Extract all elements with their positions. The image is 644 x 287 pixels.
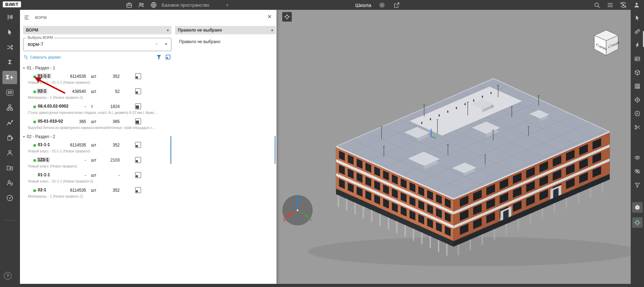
- tree-item[interactable]: 02-16114535шт352Материалы - 1 (Новое пра…: [23, 186, 172, 201]
- item-checkbox-icon[interactable]: [135, 73, 141, 79]
- section-label: 01 - Раздел - 1: [27, 66, 55, 70]
- dashboard-gauge-icon[interactable]: [2, 191, 17, 205]
- analytics-chart-icon[interactable]: [2, 116, 17, 129]
- bimit-logo[interactable]: BiMiT: [3, 1, 21, 7]
- topbar: BiMiT Базовое пространство ▾ Школа: [0, 0, 644, 10]
- workspace-case-icon[interactable]: [125, 1, 133, 9]
- model-structure-icon[interactable]: [2, 11, 17, 24]
- chevron-down-icon[interactable]: ▾: [165, 42, 167, 46]
- menu-list-icon[interactable]: [606, 1, 614, 9]
- globe-icon[interactable]: [150, 1, 158, 9]
- viewport-3d[interactable]: Слева Сзади Z X Y: [276, 10, 631, 284]
- grid-table-icon[interactable]: [632, 81, 643, 91]
- collapse-tree-button[interactable]: Свернуть дерево: [24, 55, 61, 60]
- item-unit: шт: [91, 188, 96, 193]
- user-profile-icon[interactable]: [2, 146, 17, 159]
- filter-icon[interactable]: [156, 54, 162, 60]
- plugins-puzzle-icon[interactable]: [2, 131, 17, 144]
- status-dot: [33, 121, 36, 123]
- export-folder-icon[interactable]: [2, 161, 17, 175]
- fit-view-button[interactable]: [282, 12, 292, 22]
- item-checkbox-icon[interactable]: [135, 187, 141, 193]
- item-checkbox-icon[interactable]: [135, 118, 141, 124]
- tree-section[interactable]: ▾02 - Раздел - 2: [23, 132, 172, 141]
- search-icon[interactable]: [593, 1, 601, 9]
- profile-card-icon[interactable]: [632, 54, 643, 64]
- workspace-selector[interactable]: Базовое пространство ▾: [162, 0, 228, 10]
- sum-plus-sigma-icon[interactable]: Σ+: [2, 71, 17, 84]
- item-checkbox-icon[interactable]: [135, 103, 141, 109]
- section-cut-scissors-icon[interactable]: [632, 122, 643, 132]
- share-icon[interactable]: [393, 1, 401, 9]
- gear-icon[interactable]: [378, 1, 386, 9]
- tree-section[interactable]: ▾01 - Раздел - 1: [23, 64, 172, 72]
- tree-item[interactable]: 01-1-1-шт-Новый класс - 01-1-1 (Новое пр…: [23, 171, 172, 186]
- status-dot: [33, 159, 36, 162]
- status-dot: [33, 105, 36, 108]
- measure-ruler-icon[interactable]: [632, 26, 643, 37]
- item-checkbox-icon[interactable]: [135, 157, 141, 163]
- item-unit: шт: [91, 89, 96, 94]
- building-model[interactable]: [308, 78, 631, 266]
- section-box-icon[interactable]: [632, 217, 643, 228]
- svg-text:P: P: [636, 112, 638, 115]
- item-code[interactable]: 02-1: [37, 89, 47, 94]
- bottom-bar: [0, 284, 644, 287]
- vorm-select[interactable]: Выбрать ВОРМ ворм-7 × ▾: [23, 38, 172, 51]
- tree-item[interactable]: 02-1438540шт52Материалы - 1 (Новое прави…: [23, 87, 172, 102]
- focus-target-icon[interactable]: [632, 95, 643, 105]
- pointer-icon[interactable]: [632, 13, 643, 23]
- vorm-column-header[interactable]: ВОРМ ▾: [23, 26, 172, 34]
- sum-sigma-icon[interactable]: Σ: [2, 56, 17, 69]
- item-description: Вырубка бетона из арматурного каркаса же…: [28, 126, 162, 130]
- close-icon[interactable]: ×: [267, 13, 272, 20]
- rule-body-text: Правило не выбрано: [175, 34, 276, 49]
- axon-cube-icon[interactable]: [632, 67, 643, 78]
- vorm-select-value: ворм-7: [28, 41, 43, 47]
- user-icon[interactable]: [633, 1, 640, 9]
- team-icon[interactable]: [138, 1, 145, 9]
- item-checkbox-icon[interactable]: [135, 172, 141, 178]
- item-checkbox-icon[interactable]: [135, 88, 141, 94]
- item-count: 365: [103, 119, 120, 124]
- tree-item[interactable]: 01-1-16114535шт352Новый класс - 01-1-1 (…: [23, 141, 172, 156]
- tree-item[interactable]: 05-01-010-02365шт365Вырубка бетона из ар…: [23, 117, 172, 132]
- rule-column: Правило не выбрано ▾ Правило не выбрано: [175, 26, 276, 280]
- relations-shuffle-icon[interactable]: [2, 41, 17, 54]
- orientation-gizmo[interactable]: Z X Y: [281, 193, 314, 227]
- item-unit: шт: [91, 74, 96, 79]
- item-description: Новый класс - 01-1-1 (Новое правило-2): [28, 179, 162, 183]
- scrollbar-thumb[interactable]: [170, 136, 172, 164]
- chevron-down-icon: ▾: [167, 28, 169, 32]
- user-location-icon[interactable]: [2, 176, 17, 190]
- help-icon[interactable]: ?: [4, 272, 12, 280]
- 2d-view-icon[interactable]: 2D: [2, 86, 17, 99]
- view-cube[interactable]: Слева Сзади: [589, 27, 622, 57]
- visibility-eye-icon[interactable]: [632, 152, 643, 163]
- clear-icon[interactable]: ×: [155, 41, 158, 47]
- solid-cube-tool-icon[interactable]: [632, 202, 643, 213]
- scrollbar-thumb[interactable]: [274, 136, 276, 164]
- model-3d-scene[interactable]: [276, 10, 631, 284]
- item-code[interactable]: 01-1-1: [37, 74, 51, 78]
- clash-lightning-icon[interactable]: [632, 40, 643, 50]
- filter-funnel-icon[interactable]: [632, 180, 643, 190]
- panel-menu-icon[interactable]: [24, 14, 30, 22]
- plan-p-icon[interactable]: P: [632, 108, 643, 119]
- hierarchy-icon[interactable]: [2, 101, 17, 114]
- select-element-icon[interactable]: [2, 26, 17, 39]
- item-checkbox-icon[interactable]: [135, 142, 141, 148]
- item-code[interactable]: 123-1: [37, 157, 50, 162]
- tree-item[interactable]: 123-1-шт2103Новый класс (Новое правило): [23, 156, 172, 171]
- select-region-icon[interactable]: [165, 54, 171, 60]
- section-collapse-icon[interactable]: ▾: [23, 135, 25, 138]
- sync-user-icon[interactable]: [620, 1, 627, 9]
- item-code[interactable]: 01-1-1: [38, 172, 50, 177]
- tree-item[interactable]: 01-1-16114535шт352Новый класс - 01-1-1 (…: [23, 72, 172, 87]
- item-code[interactable]: 02-1: [38, 187, 46, 192]
- rule-column-header[interactable]: Правило не выбрано ▾: [175, 26, 276, 34]
- section-collapse-icon[interactable]: ▾: [23, 66, 25, 70]
- hide-eye-off-icon[interactable]: [632, 166, 643, 177]
- tree-item[interactable]: 08.4.03.02-0002-т1824Сталь арматурная го…: [23, 102, 172, 117]
- item-code[interactable]: 01-1-1: [38, 142, 50, 147]
